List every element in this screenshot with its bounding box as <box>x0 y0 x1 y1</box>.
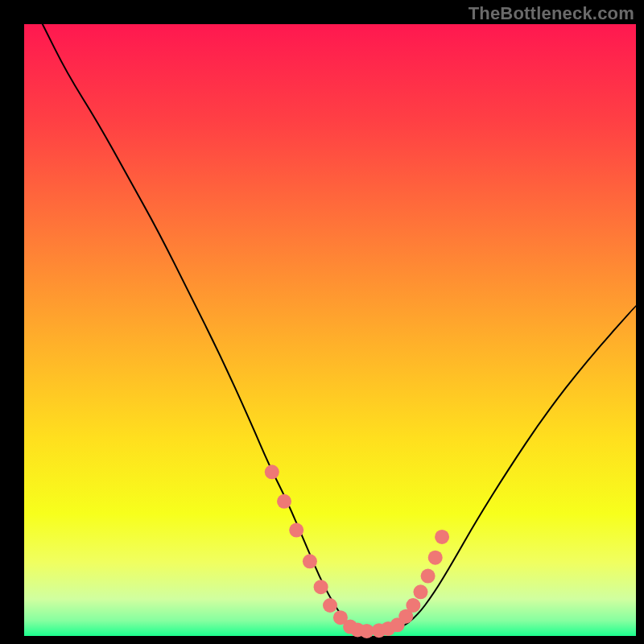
highlight-dot <box>289 523 303 538</box>
plot-svg <box>0 0 644 644</box>
plot-background <box>24 24 636 636</box>
highlight-dot <box>435 530 449 544</box>
highlight-dot <box>323 598 337 613</box>
highlight-dot <box>265 464 279 479</box>
highlight-dot <box>303 554 317 568</box>
highlight-dot <box>277 494 291 509</box>
chart-stage: TheBottleneck.com <box>0 0 644 644</box>
highlight-dot <box>428 551 443 565</box>
highlight-dot <box>314 580 328 594</box>
watermark-text: TheBottleneck.com <box>469 3 634 24</box>
highlight-dot <box>421 569 436 584</box>
highlight-dot <box>406 598 420 613</box>
highlight-dot <box>413 584 427 599</box>
